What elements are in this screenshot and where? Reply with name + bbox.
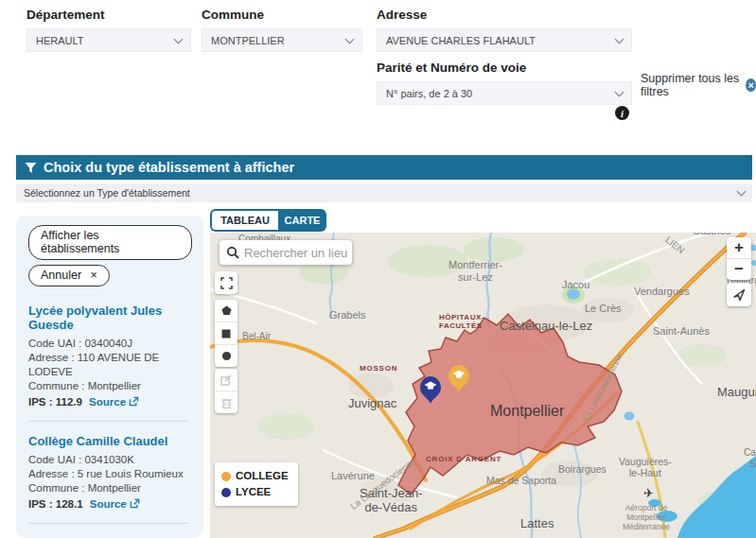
trash-icon xyxy=(221,397,232,408)
map-label: Montferrier- sur-Lez xyxy=(448,259,502,284)
map-label: Bel-Air xyxy=(242,331,271,342)
info-icon[interactable]: i xyxy=(615,106,629,120)
filter-adresse: Adresse AVENUE CHARLES FLAHAULT xyxy=(377,8,632,52)
establishment-ips: IPS : 112.9 xyxy=(28,396,82,408)
parite-value: N° pairs, de 2 à 30 xyxy=(386,88,472,99)
map-label: ✈ xyxy=(643,486,654,500)
map-label: Le Crès xyxy=(585,303,622,315)
map-label: Jacou xyxy=(562,279,589,291)
draw-circle-button[interactable] xyxy=(215,345,237,367)
map-label: Castelnau-le-Lez xyxy=(500,319,592,333)
legend-item: LYCEE xyxy=(221,484,289,500)
view-tabs: TABLEAU CARTE xyxy=(210,209,326,232)
locate-button[interactable] xyxy=(727,283,751,306)
establishment-ips: IPS : 128.1 xyxy=(28,498,83,510)
map-search-input[interactable]: Rechercher un lieu xyxy=(220,240,352,265)
establishment-name-link[interactable]: Collège Camille Claudel xyxy=(28,434,192,448)
legend-dot-icon xyxy=(221,488,231,497)
map-label: Lattes xyxy=(520,516,554,530)
parite-label: Parité et Numéro de voie xyxy=(377,61,632,75)
fullscreen-button[interactable] xyxy=(215,271,237,294)
map-label: Mauguio xyxy=(717,385,756,399)
commune-select[interactable]: MONTPELLIER xyxy=(202,28,362,52)
list-item: Collège Camille Claudel Code UAI : 03410… xyxy=(28,434,192,524)
type-select-placeholder: Sélectionnez un Type d'établissement xyxy=(24,187,190,199)
departement-value: HERAULT xyxy=(36,35,84,46)
show-establishments-button[interactable]: Afficher les établissements xyxy=(28,225,192,260)
chevron-down-icon xyxy=(615,34,624,43)
establishments-panel: Afficher les établissements Annuler × Ly… xyxy=(16,216,203,538)
draw-rectangle-button[interactable] xyxy=(215,322,237,345)
circle-icon xyxy=(221,351,232,361)
external-link-icon xyxy=(130,498,140,509)
edit-icon xyxy=(220,374,232,386)
map-label: Grabels xyxy=(329,309,366,321)
draw-polygon-button[interactable] xyxy=(215,300,237,322)
commune-value: MONTPELLIER xyxy=(211,35,285,46)
filter-commune: Commune MONTPELLIER xyxy=(202,8,362,52)
map-label: Montpellier xyxy=(490,403,564,421)
tab-carte[interactable]: CARTE xyxy=(278,209,326,232)
search-icon xyxy=(226,246,239,259)
polygon-icon xyxy=(221,305,232,316)
map-label: Juvignac xyxy=(348,396,396,410)
establishment-commune: Commune : Montpellier xyxy=(28,379,192,393)
type-section-header: Choix du type établissement à afficher xyxy=(16,155,752,180)
divider xyxy=(28,523,188,524)
close-circle-icon: × xyxy=(746,78,756,92)
map-label: MOSSON xyxy=(360,364,397,373)
establishment-commune: Commune : Montpellier xyxy=(28,481,192,495)
chevron-down-icon xyxy=(615,87,624,96)
source-link[interactable]: Source xyxy=(90,498,140,510)
map-label: Sal xyxy=(749,459,756,470)
adresse-select[interactable]: AVENUE CHARLES FLAHAULT xyxy=(377,28,632,52)
chevron-down-icon xyxy=(737,187,747,197)
edit-tools xyxy=(215,369,237,413)
delete-shape-button[interactable] xyxy=(215,391,237,413)
map-canvas[interactable]: CombaillauxMontferrier- sur-LezJacouVend… xyxy=(210,233,756,538)
establishment-code-uai: Code UAI : 0340040J xyxy=(28,337,192,351)
map-legend: COLLEGELYCEE xyxy=(215,462,298,506)
type-establishment-select[interactable]: Sélectionnez un Type d'établissement xyxy=(16,183,752,202)
map-label: Lavérune xyxy=(331,470,375,482)
map-label: Aéroport de Montpellier Méditerranée xyxy=(623,503,670,531)
chevron-down-icon xyxy=(174,34,184,43)
map-label: CROIX D'ARGENT xyxy=(426,455,501,463)
map-label: Saint-Aunès xyxy=(653,325,710,338)
source-link[interactable]: Source xyxy=(89,396,139,408)
zoom-out-button[interactable]: − xyxy=(727,259,751,280)
draw-tools xyxy=(215,300,237,367)
cancel-button[interactable]: Annuler × xyxy=(28,265,110,286)
filter-funnel-icon xyxy=(25,162,37,174)
parite-select[interactable]: N° pairs, de 2 à 30 xyxy=(377,81,632,105)
zoom-controls: + − xyxy=(727,237,751,280)
clear-filters-button[interactable]: Supprimer tous les filtres × xyxy=(641,72,756,98)
departement-select[interactable]: HERAULT xyxy=(26,28,191,52)
establishment-adresse: Adresse : 5 rue Louis Roumieux xyxy=(28,467,192,481)
map-label: Castries xyxy=(693,233,730,237)
map-label: Vauguières- le-Haut xyxy=(619,456,672,479)
cancel-x-icon: × xyxy=(91,269,97,282)
establishment-name-link[interactable]: Lycée polyvalent Jules Guesde xyxy=(28,304,192,332)
navigation-arrow-icon xyxy=(732,288,746,302)
filter-parite: Parité et Numéro de voie N° pairs, de 2 … xyxy=(377,61,632,105)
legend-label: LYCEE xyxy=(236,484,271,500)
legend-item: COLLEGE xyxy=(221,468,289,484)
chevron-down-icon xyxy=(345,34,355,43)
fullscreen-icon xyxy=(220,277,233,289)
search-placeholder: Rechercher un lieu xyxy=(244,246,347,260)
zoom-in-button[interactable]: + xyxy=(727,237,751,259)
edit-shape-button[interactable] xyxy=(215,369,237,391)
adresse-label: Adresse xyxy=(377,8,632,22)
establishment-adresse: Adresse : 110 AVENUE DE LODEVE xyxy=(28,351,192,379)
legend-label: COLLEGE xyxy=(236,468,289,484)
map-label: Boirargues xyxy=(558,463,607,475)
departement-label: Département xyxy=(26,8,191,22)
commune-label: Commune xyxy=(202,8,362,22)
tab-tableau[interactable]: TABLEAU xyxy=(210,209,278,232)
filter-departement: Département HERAULT xyxy=(26,8,191,52)
adresse-value: AVENUE CHARLES FLAHAULT xyxy=(386,35,536,46)
legend-dot-icon xyxy=(221,472,231,481)
type-section-title: Choix du type établissement à afficher xyxy=(44,160,294,175)
map-label: HÔPITAUX- FACULTÉS xyxy=(439,313,484,331)
